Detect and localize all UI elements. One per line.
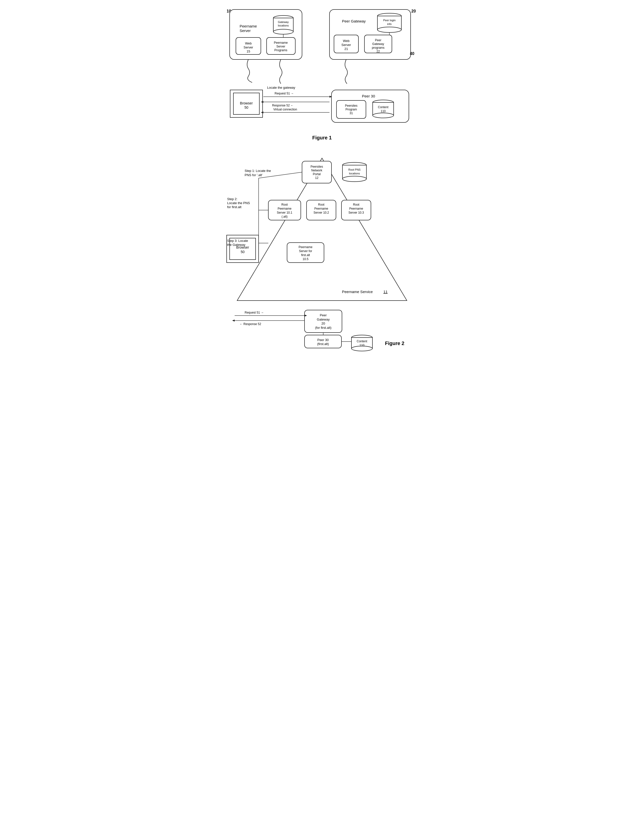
svg-text:31: 31 [350, 111, 353, 115]
svg-text:programs: programs [372, 46, 385, 49]
svg-text:20: 20 [411, 9, 416, 13]
svg-text:Server: Server [342, 43, 351, 47]
svg-text:Peer Gateway: Peer Gateway [342, 19, 366, 23]
svg-text:Server 10.1: Server 10.1 [277, 211, 292, 214]
svg-marker-43 [330, 96, 332, 98]
svg-text:110: 110 [381, 110, 386, 113]
svg-text:Request 51 →: Request 51 → [245, 311, 264, 314]
svg-rect-22 [377, 16, 401, 30]
svg-text:info: info [387, 23, 391, 25]
svg-text:Peername: Peername [349, 207, 363, 210]
svg-text:Content: Content [378, 105, 389, 109]
svg-text:locations: locations [349, 172, 360, 175]
svg-point-57 [373, 100, 394, 105]
svg-text:Server for: Server for [299, 249, 312, 253]
svg-rect-39 [233, 93, 259, 114]
svg-rect-9 [236, 37, 261, 54]
svg-text:Server  10.2: Server 10.2 [314, 211, 329, 214]
svg-text:Gateway: Gateway [372, 42, 384, 46]
svg-text:Peername: Peername [240, 24, 257, 28]
svg-rect-26 [334, 35, 359, 53]
svg-text:50: 50 [240, 250, 245, 254]
svg-text:Root: Root [318, 203, 325, 206]
svg-text:first.alt: first.alt [301, 253, 310, 257]
svg-point-72 [342, 176, 367, 182]
svg-point-4 [273, 15, 293, 20]
svg-text:Peer: Peer [320, 313, 327, 317]
svg-text:Peername: Peername [314, 207, 328, 210]
svg-text:Server  10.3: Server 10.3 [348, 211, 364, 214]
svg-text:PNS for '.alt': PNS for '.alt' [245, 173, 262, 177]
svg-text:12: 12 [315, 176, 319, 180]
svg-text:Root PNS: Root PNS [348, 168, 361, 171]
svg-text:Locate the PNS: Locate the PNS [227, 201, 250, 205]
svg-rect-51 [331, 90, 409, 122]
svg-text:15: 15 [247, 49, 250, 53]
svg-text:Server: Server [276, 45, 285, 48]
svg-text:11: 11 [384, 290, 388, 294]
svg-rect-53 [336, 100, 366, 119]
svg-text:Peername: Peername [277, 207, 291, 210]
svg-text:21: 21 [345, 47, 348, 51]
svg-text:Gateway: Gateway [278, 20, 289, 23]
svg-text:Root: Root [281, 203, 288, 206]
svg-text:the Gateway: the Gateway [227, 243, 245, 247]
svg-text:Web: Web [245, 42, 252, 45]
svg-marker-114 [305, 315, 307, 317]
svg-rect-93 [226, 235, 259, 263]
svg-text:Peername: Peername [274, 41, 288, 45]
svg-text:Step 3: Locate: Step 3: Locate [227, 239, 248, 243]
svg-point-70 [342, 162, 367, 168]
svg-text:Server: Server [240, 28, 251, 33]
svg-rect-30 [364, 35, 392, 53]
svg-text:Response 52 ←: Response 52 ← [272, 104, 294, 107]
svg-text:(for first.alt): (for first.alt) [315, 326, 331, 329]
svg-text:Programs: Programs [274, 48, 287, 52]
svg-marker-62 [237, 158, 407, 301]
svg-point-122 [351, 335, 373, 340]
svg-text:locations: locations [278, 24, 289, 27]
svg-text:Server: Server [243, 45, 253, 49]
svg-rect-84 [342, 200, 371, 220]
svg-rect-19 [330, 9, 411, 59]
svg-rect-80 [307, 200, 336, 220]
svg-text:Peername Service: Peername Service [342, 290, 373, 294]
svg-text:Network: Network [311, 168, 322, 172]
svg-rect-88 [287, 243, 324, 263]
svg-point-21 [377, 13, 401, 19]
svg-text:20: 20 [322, 321, 325, 325]
svg-text:50: 50 [244, 105, 248, 110]
figure2-svg: Peername Service 11 Peersites Network Po… [220, 146, 424, 351]
svg-rect-5 [273, 18, 293, 32]
svg-text:Program: Program [345, 108, 357, 111]
svg-text:Step 2:: Step 2: [227, 197, 237, 201]
figure2-container: Peername Service 11 Peersites Network Po… [220, 146, 424, 351]
svg-text:for first.alt: for first.alt [227, 205, 241, 209]
svg-text:Peer: Peer [375, 39, 381, 42]
svg-text:Peer login: Peer login [383, 19, 396, 22]
svg-line-106 [259, 172, 302, 178]
svg-rect-65 [302, 161, 331, 183]
svg-rect-38 [230, 90, 263, 117]
page: 10 Peername Server Gateway locations Web… [220, 5, 424, 346]
svg-point-59 [373, 113, 394, 118]
svg-text:40: 40 [410, 51, 414, 56]
svg-point-6 [273, 29, 293, 34]
svg-point-124 [351, 346, 373, 351]
svg-text:Web: Web [343, 39, 350, 43]
svg-text:Peersites: Peersites [345, 104, 357, 107]
svg-marker-46 [261, 101, 263, 103]
svg-rect-94 [230, 238, 256, 260]
svg-point-23 [377, 27, 401, 32]
svg-text:Request 51 →: Request 51 → [274, 92, 294, 95]
svg-text:Portal: Portal [313, 172, 320, 176]
svg-text:Content: Content [357, 340, 367, 343]
svg-text:Peer 30: Peer 30 [317, 338, 329, 342]
svg-text:(first.alt): (first.alt) [317, 342, 329, 346]
svg-text:Peer 30: Peer 30 [362, 94, 375, 98]
figure1-title: Figure 1 [220, 135, 424, 141]
svg-rect-13 [267, 37, 295, 54]
svg-text:Root: Root [353, 203, 359, 206]
svg-rect-71 [342, 165, 367, 179]
svg-text:10.5: 10.5 [302, 257, 308, 261]
